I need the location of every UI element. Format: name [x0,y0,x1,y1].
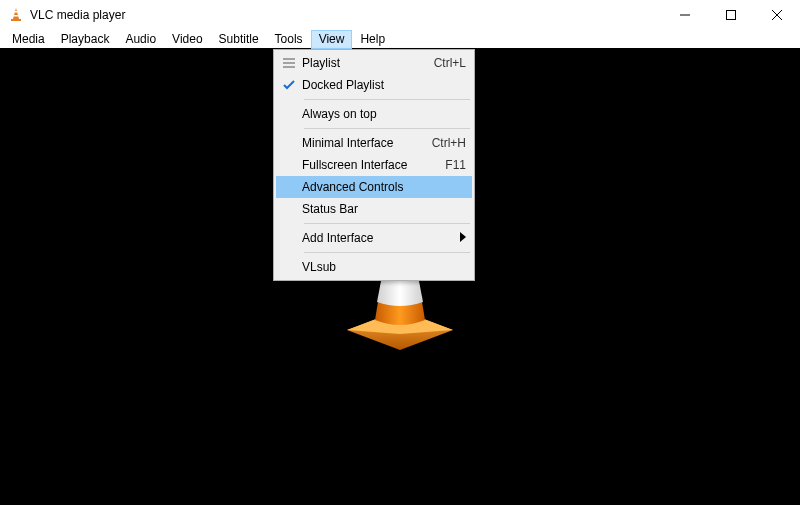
menu-item-accel: Ctrl+L [422,56,466,70]
minimize-button[interactable] [662,0,708,30]
menubar: Media Playback Audio Video Subtitle Tool… [0,30,800,49]
view-item-always-on-top[interactable]: Always on top [276,103,472,125]
view-dropdown: Playlist Ctrl+L Docked Playlist Always o… [273,49,475,281]
menu-help[interactable]: Help [352,30,393,49]
view-item-vlsub[interactable]: VLsub [276,256,472,278]
menu-item-label: Always on top [302,103,466,125]
view-item-add-interface[interactable]: Add Interface [276,227,472,249]
menu-item-label: Advanced Controls [302,176,466,198]
menu-video[interactable]: Video [164,30,210,49]
check-icon [276,79,302,91]
view-item-status-bar[interactable]: Status Bar [276,198,472,220]
maximize-button[interactable] [708,0,754,30]
window-controls [662,0,800,30]
menu-separator [304,223,470,224]
svg-rect-5 [727,11,736,20]
menu-item-accel: F11 [433,158,466,172]
svg-rect-1 [11,19,21,21]
menu-view[interactable]: View [311,30,353,49]
menu-separator [304,252,470,253]
menu-tools[interactable]: Tools [267,30,311,49]
view-item-docked-playlist[interactable]: Docked Playlist [276,74,472,96]
menu-item-label: Playlist [302,52,422,74]
list-icon [276,57,302,69]
svg-rect-3 [14,15,19,17]
svg-rect-2 [14,11,18,13]
svg-marker-0 [13,8,19,19]
menu-item-label: VLsub [302,256,466,278]
menu-item-label: Minimal Interface [302,132,420,154]
menu-subtitle[interactable]: Subtitle [211,30,267,49]
view-item-fullscreen-interface[interactable]: Fullscreen Interface F11 [276,154,472,176]
menu-media[interactable]: Media [4,30,53,49]
menu-item-label: Status Bar [302,198,466,220]
titlebar: VLC media player [0,0,800,30]
window-title: VLC media player [30,8,125,22]
view-item-minimal-interface[interactable]: Minimal Interface Ctrl+H [276,132,472,154]
menu-playback[interactable]: Playback [53,30,118,49]
view-item-playlist[interactable]: Playlist Ctrl+L [276,52,472,74]
menu-item-label: Fullscreen Interface [302,154,433,176]
close-button[interactable] [754,0,800,30]
view-item-advanced-controls[interactable]: Advanced Controls [276,176,472,198]
app-icon [8,7,24,23]
menu-item-label: Docked Playlist [302,74,466,96]
menu-item-label: Add Interface [302,227,454,249]
menu-audio[interactable]: Audio [117,30,164,49]
menu-item-accel: Ctrl+H [420,136,466,150]
submenu-arrow-icon [454,231,466,245]
menu-separator [304,128,470,129]
menu-separator [304,99,470,100]
